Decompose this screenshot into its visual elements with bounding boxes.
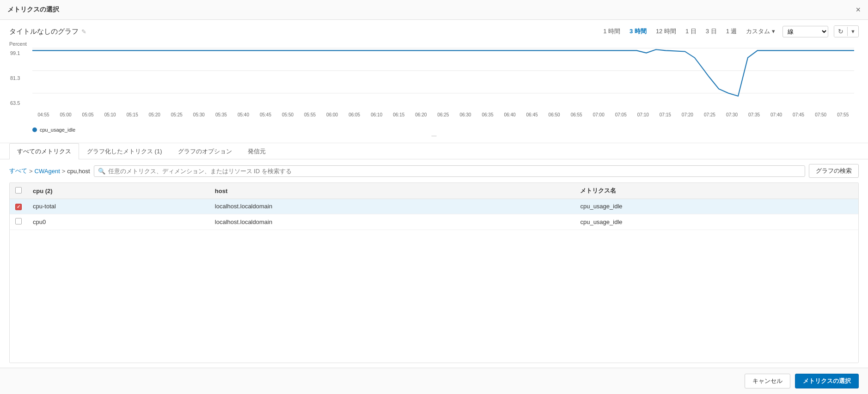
legend-label: cpu_usage_idle	[40, 127, 75, 133]
table-row[interactable]: cpu0 localhost.localdomain cpu_usage_idl…	[10, 214, 858, 230]
row-cpu0: cpu0	[27, 214, 209, 230]
search-graph-button[interactable]: グラフの検索	[809, 164, 859, 178]
time-custom[interactable]: カスタム ▾	[744, 26, 777, 36]
th-metric-name: メトリクス名	[575, 183, 858, 199]
breadcrumb-all[interactable]: すべて	[9, 167, 27, 175]
x-label: 06:45	[521, 112, 543, 117]
x-label: 07:25	[698, 112, 721, 117]
row-checkbox-cpu0[interactable]	[15, 218, 22, 224]
x-label: 06:00	[321, 112, 343, 117]
modal-title: メトリクスの選択	[7, 6, 59, 14]
modal-dialog: メトリクスの選択 × タイトルなしのグラフ ✎ 1 時間 3 時間 12 時間 …	[0, 0, 868, 394]
tabs-section: すべてのメトリクス グラフ化したメトリクス (1) グラフのオプション 発信元	[0, 143, 868, 159]
row-metric-2: cpu_usage_idle	[575, 214, 858, 230]
search-input[interactable]	[108, 168, 801, 175]
breadcrumb: すべて > CWAgent > cpu,host	[9, 167, 90, 175]
refresh-group: ↻ ▼	[834, 25, 859, 37]
time-controls: 1 時間 3 時間 12 時間 1 日 3 日 1 週 カスタム ▾ 線 積み上…	[601, 25, 859, 37]
x-label: 07:35	[743, 112, 765, 117]
tabs: すべてのメトリクス グラフ化したメトリクス (1) グラフのオプション 発信元	[9, 143, 859, 159]
x-label: 06:35	[477, 112, 499, 117]
th-host: host	[209, 183, 575, 199]
x-label: 07:15	[654, 112, 676, 117]
x-label: 05:15	[121, 112, 143, 117]
th-cpu: cpu (2)	[27, 183, 209, 199]
table-row[interactable]: cpu-total localhost.localdomain cpu_usag…	[10, 199, 858, 214]
x-label: 05:05	[77, 112, 99, 117]
select-all-checkbox[interactable]	[15, 187, 22, 194]
breadcrumb-search-row: すべて > CWAgent > cpu,host 🔍 グラフの検索	[9, 164, 859, 178]
refresh-button[interactable]: ↻	[834, 26, 847, 37]
row-host-1: localhost.localdomain	[209, 199, 575, 214]
x-label: 06:50	[543, 112, 565, 117]
confirm-button[interactable]: メトリクスの選択	[795, 374, 859, 388]
search-box: 🔍	[94, 165, 806, 177]
x-label: 05:20	[143, 112, 165, 117]
x-label: 05:30	[188, 112, 210, 117]
metrics-data-table: cpu (2) host メトリクス名 cpu-tota	[10, 183, 858, 230]
metrics-table: cpu (2) host メトリクス名 cpu-tota	[9, 182, 859, 363]
x-label: 07:30	[721, 112, 743, 117]
x-label: 07:00	[587, 112, 610, 117]
time-1d[interactable]: 1 日	[684, 26, 698, 36]
table-header: cpu (2) host メトリクス名	[10, 183, 858, 199]
x-label: 05:55	[299, 112, 321, 117]
x-label: 07:50	[810, 112, 832, 117]
modal-header: メトリクスの選択 ×	[0, 0, 868, 20]
breadcrumb-cwagent[interactable]: CWAgent	[35, 168, 60, 175]
chart-area	[32, 46, 854, 108]
x-label: 06:30	[454, 112, 477, 117]
x-label: 04:55	[32, 112, 55, 117]
tab-source[interactable]: 発信元	[240, 143, 274, 159]
breadcrumb-current: cpu,host	[67, 168, 90, 175]
breadcrumb-sep2: >	[62, 168, 66, 175]
y-axis-values: 99.1 81.3 63.5	[10, 50, 20, 106]
refresh-dropdown-button[interactable]: ▼	[847, 27, 858, 36]
tab-graphed-metrics[interactable]: グラフ化したメトリクス (1)	[79, 143, 170, 159]
x-label: 07:05	[610, 112, 632, 117]
graph-section: タイトルなしのグラフ ✎ 1 時間 3 時間 12 時間 1 日 3 日 1 週…	[0, 20, 868, 143]
x-label: 06:10	[366, 112, 388, 117]
x-label: 06:05	[343, 112, 366, 117]
y-val-mid: 81.3	[10, 75, 20, 81]
x-label: 06:55	[565, 112, 587, 117]
graph-divider: —	[9, 133, 859, 138]
x-label: 07:20	[676, 112, 698, 117]
th-checkbox	[10, 183, 27, 199]
x-label: 06:15	[388, 112, 410, 117]
legend-color-dot	[32, 127, 37, 132]
chart-type-select[interactable]: 線 積み上げ面 数値	[782, 26, 828, 37]
tab-graph-options[interactable]: グラフのオプション	[170, 143, 240, 159]
metrics-browser: すべて > CWAgent > cpu,host 🔍 グラフの検索	[0, 159, 868, 368]
modal-footer: キャンセル メトリクスの選択	[0, 368, 868, 394]
cancel-button[interactable]: キャンセル	[745, 374, 790, 388]
tab-all-metrics[interactable]: すべてのメトリクス	[9, 143, 79, 159]
time-12h[interactable]: 12 時間	[654, 26, 678, 36]
y-val-low: 63.5	[10, 100, 20, 106]
graph-title: タイトルなしのグラフ	[9, 27, 79, 36]
time-3h[interactable]: 3 時間	[628, 26, 648, 36]
x-label: 06:40	[499, 112, 521, 117]
time-1w[interactable]: 1 週	[724, 26, 739, 36]
edit-title-icon[interactable]: ✎	[81, 28, 86, 35]
table-body: cpu-total localhost.localdomain cpu_usag…	[10, 199, 858, 230]
search-icon: 🔍	[98, 168, 105, 175]
close-button[interactable]: ×	[856, 6, 861, 14]
row-checkbox-cell	[10, 199, 27, 214]
breadcrumb-sep1: >	[29, 168, 33, 175]
x-label: 05:35	[210, 112, 232, 117]
graph-top-bar: タイトルなしのグラフ ✎ 1 時間 3 時間 12 時間 1 日 3 日 1 週…	[9, 25, 859, 37]
graph-title-area: タイトルなしのグラフ ✎	[9, 27, 86, 36]
x-label: 07:10	[632, 112, 654, 117]
table-header-row: cpu (2) host メトリクス名	[10, 183, 858, 199]
y-axis-label: Percent	[9, 41, 27, 47]
time-3d[interactable]: 3 日	[704, 26, 719, 36]
chart-legend: cpu_usage_idle	[9, 126, 859, 133]
row-checkbox-cell	[10, 214, 27, 230]
time-1h[interactable]: 1 時間	[601, 26, 622, 36]
x-label: 05:00	[55, 112, 77, 117]
x-label: 05:10	[99, 112, 121, 117]
row-checkbox-cpu-total[interactable]	[15, 204, 22, 210]
x-label: 07:40	[765, 112, 788, 117]
x-label: 07:55	[832, 112, 854, 117]
